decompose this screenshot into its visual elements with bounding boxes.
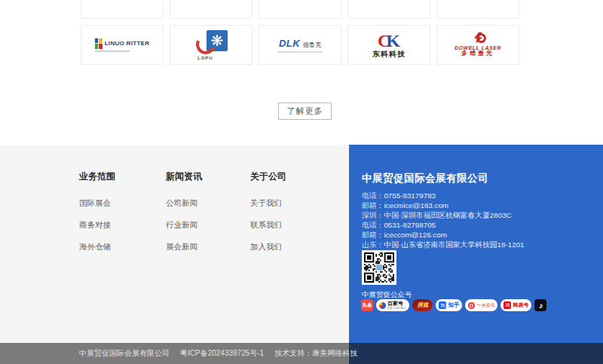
bottom-bar: 中展贸促国际会展有限公司 粤ICP备2024339725号-1 技术支持：康美网… xyxy=(0,343,603,364)
footer-link-business-matching[interactable]: 商务对接 xyxy=(79,220,115,231)
baijiahao-aperture-icon xyxy=(379,302,386,309)
dowell-lightning-icon xyxy=(470,32,486,44)
contact-line-phone-sd: 电话：0531-82798705 xyxy=(362,220,525,230)
footer-link-intl-exhibition[interactable]: 国际展会 xyxy=(79,198,115,209)
footer-link-about-us[interactable]: 关于我们 xyxy=(250,198,286,209)
partner-card[interactable] xyxy=(170,0,253,19)
linuo-logo-icon xyxy=(95,38,103,49)
partner-card-dlk[interactable]: DLK 德鲁克 xyxy=(259,25,341,65)
dlk-logo-subline xyxy=(277,51,323,53)
toutiao-icon[interactable]: 头条 xyxy=(361,299,373,311)
partner-card[interactable] xyxy=(436,0,519,19)
learn-more-button[interactable]: 了解更多 xyxy=(278,102,332,120)
page: LINUO RITTER ❋ LOPU DLK 德鲁克 xyxy=(0,0,603,364)
footer-column-title: 新闻资讯 xyxy=(166,170,202,183)
footer-column-about: 关于公司 关于我们 联系我们 加入我们 xyxy=(250,170,286,264)
copyright-line: 中展贸促国际会展有限公司 粤ICP备2024339725号-1 技术支持：康美网… xyxy=(79,343,357,364)
bottom-bar-navy-segment xyxy=(349,343,603,364)
tech-support: 技术支持：康美网络科技 xyxy=(274,348,357,359)
partner-logo-cn: 多维激光 xyxy=(455,50,501,57)
linuo-logo-subline xyxy=(95,50,130,52)
yidian-circle-icon xyxy=(468,302,475,309)
footer-link-industry-news[interactable]: 行业新闻 xyxy=(166,220,202,231)
partner-logo-text: LOPU xyxy=(197,56,214,60)
contact-line-phone-sz: 电话：0755-83179783 xyxy=(362,191,525,200)
yidian-icon[interactable]: 一点资讯 xyxy=(465,299,497,311)
footer-column-news: 新闻资讯 公司新闻 行业新闻 展会新闻 xyxy=(166,170,202,264)
contact-line-address-sz: 深圳：中国·深圳市福田区杭钢富春大厦2803C xyxy=(362,210,525,220)
partner-cards-row-1 xyxy=(81,0,519,19)
company-contact-lines: 电话：0755-83179783 邮箱：icecmice@163.com 深圳：… xyxy=(362,191,525,249)
partner-card[interactable] xyxy=(259,0,341,19)
wangyi-square-icon: 网 xyxy=(504,301,511,309)
footer-link-overseas-warehouse[interactable]: 海外仓储 xyxy=(79,242,115,252)
contact-line-address-sd: 山东：中国·山东省济南市国家大学科技园18-1201 xyxy=(362,240,525,249)
douyin-icon[interactable]: ♪ xyxy=(534,299,546,311)
contact-line-email-sz: 邮箱：icecmice@163.com xyxy=(362,200,525,210)
footer-column-business: 业务范围 国际展会 商务对接 海外仓储 xyxy=(79,170,115,264)
footer-column-title: 关于公司 xyxy=(250,170,286,183)
zhihu-icon[interactable]: 知 知乎 xyxy=(436,299,462,311)
footer-link-columns: 业务范围 国际展会 商务对接 海外仓储 新闻资讯 公司新闻 行业新闻 展会新闻 … xyxy=(0,145,349,343)
company-name: 中展贸促国际会展有限公司 xyxy=(362,172,488,185)
footer-link-company-news[interactable]: 公司新闻 xyxy=(166,198,202,209)
wangyi-icon[interactable]: 网 网易号 xyxy=(500,299,531,311)
partner-logo-text: LINUO RITTER xyxy=(105,40,150,47)
contact-line-email-sd: 邮箱：iceccom@126.com xyxy=(362,230,525,240)
partner-card[interactable] xyxy=(81,0,164,19)
icp-number[interactable]: 粤ICP备2024339725号-1 xyxy=(180,348,264,359)
baijiahao-icon[interactable]: 百家号 BAIJIAHAO xyxy=(376,299,409,311)
partner-card-dongke[interactable]: CK 东科科技 xyxy=(347,25,430,65)
footer-column-title: 业务范围 xyxy=(79,170,115,183)
zhihu-zhi-icon: 知 xyxy=(439,301,446,309)
partner-logo-text: 东科科技 xyxy=(372,50,406,58)
partner-logo-cn: 德鲁克 xyxy=(303,41,321,49)
partner-card-lopu[interactable]: ❋ LOPU xyxy=(170,25,253,65)
partner-card[interactable] xyxy=(347,0,430,19)
partner-card-linuo[interactable]: LINUO RITTER xyxy=(81,25,164,65)
sohu-icon[interactable]: 搜狐 xyxy=(412,299,433,311)
dongke-monogram-icon: CK xyxy=(372,32,406,50)
copyright-company: 中展贸促国际会展有限公司 xyxy=(79,348,170,359)
footer-link-contact-us[interactable]: 联系我们 xyxy=(250,220,286,231)
social-badges-row: 头条 百家号 BAIJIAHAO 搜狐 知 知乎 一点资讯 xyxy=(361,299,546,311)
footer-link-join-us[interactable]: 加入我们 xyxy=(250,242,286,252)
partner-cards-row-2: LINUO RITTER ❋ LOPU DLK 德鲁克 xyxy=(81,25,519,65)
footer: 业务范围 国际展会 商务对接 海外仓储 新闻资讯 公司新闻 行业新闻 展会新闻 … xyxy=(0,145,603,343)
partner-logo-text: DLK xyxy=(279,38,300,49)
partner-card-dowell[interactable]: DOWELL LASER 多维激光 xyxy=(436,25,519,65)
footer-link-exhibition-news[interactable]: 展会新闻 xyxy=(166,242,202,252)
footer-company-panel: 中展贸促国际会展有限公司 电话：0755-83179783 邮箱：icecmic… xyxy=(349,145,603,343)
wechat-qr-code xyxy=(362,250,396,285)
